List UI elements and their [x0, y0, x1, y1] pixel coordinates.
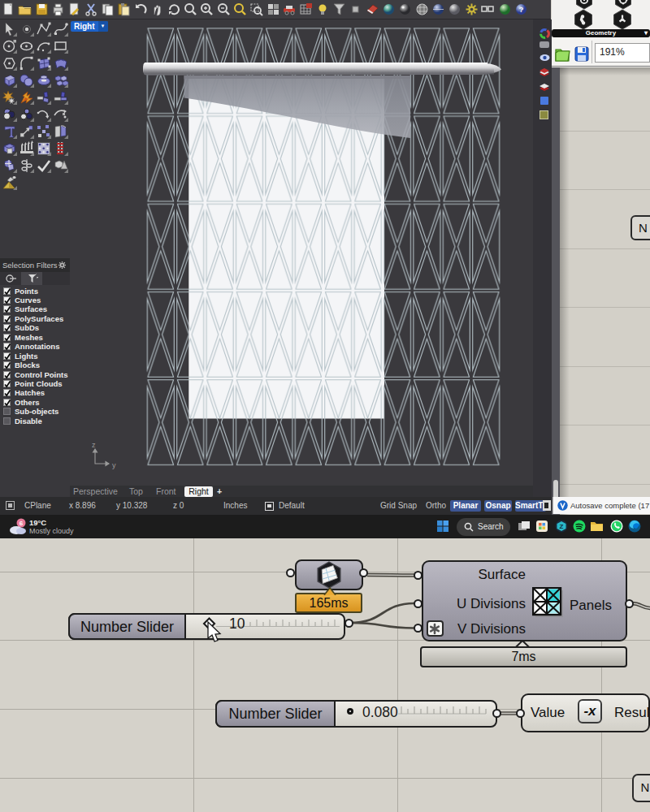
- svg-text:Z: Z: [560, 523, 564, 530]
- svg-text:6: 6: [20, 520, 24, 527]
- svg-text:?: ?: [519, 6, 524, 14]
- svg-text:z: z: [92, 441, 96, 449]
- svg-text:y: y: [112, 461, 116, 469]
